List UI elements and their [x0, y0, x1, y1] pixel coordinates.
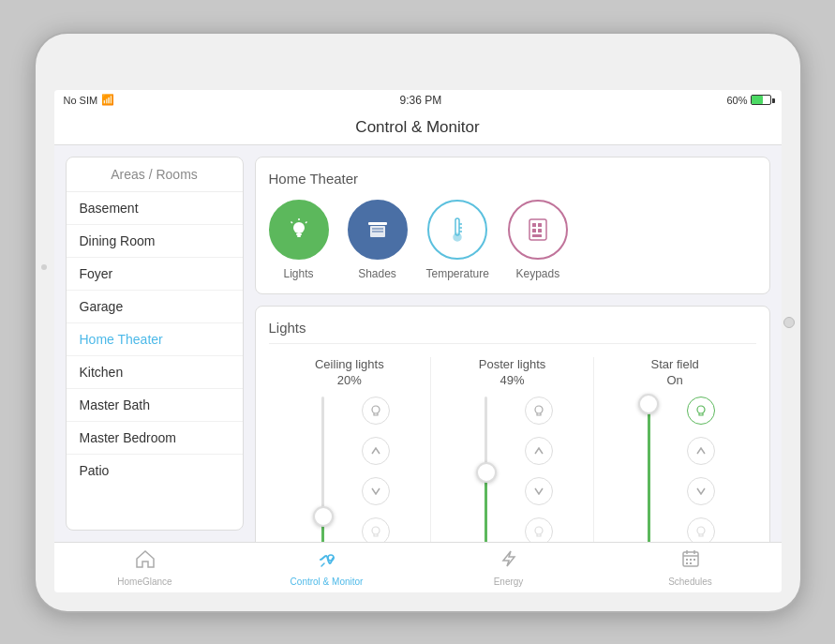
svg-rect-36	[686, 562, 688, 564]
ceiling-down-btn[interactable]	[362, 477, 390, 505]
ceiling-slider-thumb[interactable]	[313, 506, 334, 527]
svg-rect-18	[532, 229, 536, 232]
tab-schedules[interactable]: Schedules	[600, 548, 782, 587]
energy-label: Energy	[494, 577, 524, 587]
sidebar-item-foyer[interactable]: Foyer	[67, 258, 243, 291]
poster-slider-track	[485, 397, 487, 542]
poster-slider-controls	[525, 397, 553, 542]
energy-icon	[499, 548, 519, 575]
sidebar-item-home-theater[interactable]: Home Theater	[67, 323, 243, 356]
svg-point-21	[372, 406, 380, 413]
battery-percent: 60%	[726, 95, 747, 106]
icon-grid: Lights	[269, 200, 756, 280]
star-field-control: Star field On	[594, 357, 756, 542]
ceiling-lights-name: Ceiling lights	[315, 357, 384, 371]
ceiling-slider-area	[309, 397, 337, 542]
shades-label: Shades	[358, 267, 396, 280]
svg-point-0	[293, 222, 305, 233]
tab-bar: HomeGlance Control & Monitor	[54, 542, 782, 592]
schedules-label: Schedules	[668, 577, 712, 587]
sidebar-item-kitchen[interactable]: Kitchen	[67, 356, 243, 389]
clock: 9:36 PM	[399, 94, 441, 107]
star-slider-thumb[interactable]	[638, 394, 659, 414]
poster-bulb-bottom-btn[interactable]	[525, 517, 553, 541]
poster-down-btn[interactable]	[525, 477, 553, 505]
tab-energy[interactable]: Energy	[418, 548, 600, 587]
poster-lights-name: Poster lights	[479, 357, 546, 371]
ceiling-slider-row	[309, 397, 390, 542]
control-monitor-icon	[317, 548, 337, 575]
svg-rect-16	[532, 223, 536, 227]
svg-rect-37	[690, 562, 692, 564]
keypads-circle	[508, 200, 568, 260]
status-left: No SIM 📶	[64, 94, 115, 106]
room-icons-card: Home Theater	[255, 157, 770, 294]
svg-point-26	[697, 527, 705, 534]
control-monitor-label: Control & Monitor	[291, 577, 364, 587]
star-bulb-bottom-btn[interactable]	[687, 517, 715, 541]
sidebar-item-patio[interactable]: Patio	[67, 455, 243, 487]
homeglance-icon	[135, 548, 156, 575]
tab-homeglance[interactable]: HomeGlance	[54, 548, 236, 587]
sidebar: Areas / Rooms Basement Dining Room Foyer…	[66, 157, 244, 531]
right-panel: Home Theater	[244, 145, 782, 542]
poster-up-btn[interactable]	[525, 437, 553, 465]
svg-rect-34	[690, 559, 692, 561]
star-slider-row	[634, 397, 715, 542]
svg-point-11	[454, 233, 461, 241]
sidebar-item-basement[interactable]: Basement	[67, 192, 243, 225]
poster-slider-thumb[interactable]	[476, 462, 497, 483]
ceiling-bulb-bottom-btn[interactable]	[362, 517, 390, 541]
tab-control-monitor[interactable]: Control & Monitor	[236, 548, 418, 587]
battery-icon	[751, 95, 771, 105]
poster-lights-value: 49%	[500, 373, 524, 387]
svg-line-4	[306, 221, 307, 223]
app-header: Control & Monitor	[54, 111, 782, 145]
poster-bulb-top-btn[interactable]	[525, 397, 553, 425]
star-slider-area	[634, 397, 663, 542]
app-title: Control & Monitor	[54, 118, 782, 137]
svg-rect-2	[297, 235, 301, 237]
ceiling-slider-controls	[362, 397, 390, 542]
ipad-frame: No SIM 📶 9:36 PM 60% Control & Monitor A…	[34, 32, 802, 613]
temperature-icon-item[interactable]: Temperature	[426, 200, 489, 280]
star-up-btn[interactable]	[687, 437, 715, 465]
svg-rect-33	[686, 559, 688, 561]
poster-slider-fill	[485, 472, 487, 541]
temperature-label: Temperature	[426, 267, 489, 280]
home-button[interactable]	[783, 317, 795, 328]
star-slider-track	[648, 397, 650, 542]
star-down-btn[interactable]	[687, 477, 715, 505]
temp-circle	[427, 200, 487, 260]
ceiling-bulb-top-btn[interactable]	[362, 397, 390, 425]
svg-rect-20	[532, 234, 542, 237]
schedules-icon	[680, 548, 701, 575]
main-content: Areas / Rooms Basement Dining Room Foyer…	[54, 145, 782, 542]
lights-grid: Ceiling lights 20%	[269, 357, 756, 542]
room-title: Home Theater	[269, 171, 756, 187]
svg-rect-17	[538, 223, 542, 227]
svg-point-23	[535, 406, 543, 413]
poster-slider-area	[472, 397, 500, 542]
ceiling-slider-track	[321, 397, 324, 542]
svg-point-25	[697, 406, 705, 413]
sidebar-item-dining-room[interactable]: Dining Room	[67, 225, 243, 258]
ceiling-up-btn[interactable]	[362, 437, 390, 465]
keypads-icon-item[interactable]: Keypads	[508, 200, 568, 280]
side-button[interactable]	[41, 264, 47, 270]
star-field-name: Star field	[651, 357, 699, 371]
svg-rect-6	[368, 222, 387, 225]
lights-circle	[269, 200, 329, 260]
star-field-value: On	[667, 373, 683, 387]
shades-circle	[348, 200, 408, 260]
shades-icon-item[interactable]: Shades	[348, 200, 408, 280]
sidebar-item-master-bath[interactable]: Master Bath	[67, 389, 243, 422]
star-bulb-top-btn[interactable]	[687, 397, 715, 425]
ceiling-lights-value: 20%	[337, 373, 362, 387]
carrier-label: No SIM	[64, 95, 98, 106]
lights-icon-item[interactable]: Lights	[269, 200, 329, 280]
star-slider-fill	[648, 404, 650, 542]
ipad-screen: No SIM 📶 9:36 PM 60% Control & Monitor A…	[54, 90, 782, 592]
sidebar-item-garage[interactable]: Garage	[67, 291, 243, 323]
sidebar-item-master-bedroom[interactable]: Master Bedroom	[67, 422, 243, 455]
